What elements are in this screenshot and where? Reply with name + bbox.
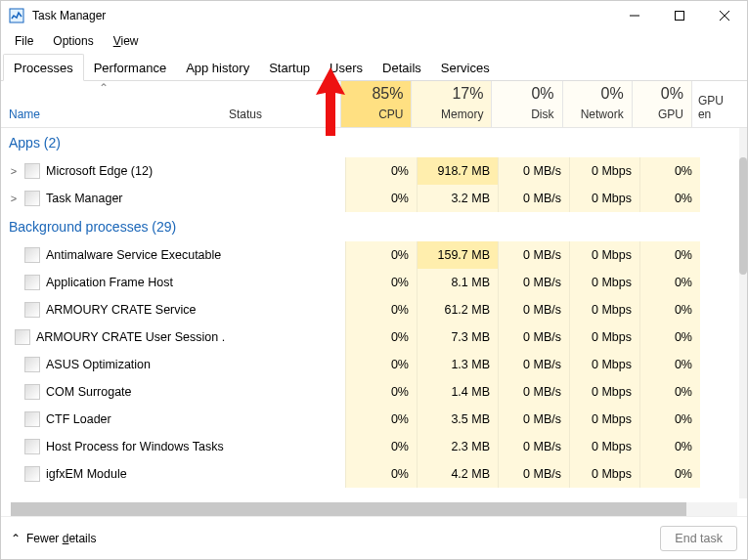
process-row[interactable]: Application Frame Host 0% 8.1 MB 0 MB/s … xyxy=(1,269,737,296)
cell-gpu: 0% xyxy=(639,351,700,378)
column-network[interactable]: 0% Network xyxy=(562,81,632,127)
column-disk[interactable]: 0% Disk xyxy=(491,81,561,127)
menu-options[interactable]: Options xyxy=(45,32,101,50)
cell-name: igfxEM Module xyxy=(1,466,226,482)
cell-network: 0 Mbps xyxy=(569,157,639,185)
cell-disk: 0 MB/s xyxy=(498,185,569,212)
process-name: Host Process for Windows Tasks xyxy=(46,440,224,453)
process-name: igfxEM Module xyxy=(46,467,127,481)
close-button[interactable] xyxy=(702,1,747,30)
process-icon xyxy=(15,329,30,345)
cell-memory: 61.2 MB xyxy=(417,296,498,323)
process-row[interactable]: ARMOURY CRATE User Session ... 0% 7.3 MB… xyxy=(1,323,737,351)
cell-cpu: 0% xyxy=(345,351,417,378)
cell-memory: 7.3 MB xyxy=(417,323,498,351)
column-status[interactable]: Status xyxy=(223,81,340,127)
process-name: Application Frame Host xyxy=(46,276,173,289)
cell-name: CTF Loader xyxy=(1,411,226,427)
tab-bar: Processes Performance App history Startu… xyxy=(1,52,747,81)
horizontal-scroll-thumb[interactable] xyxy=(11,502,686,516)
cell-disk: 0 MB/s xyxy=(498,460,569,488)
process-icon xyxy=(24,384,40,400)
column-name[interactable]: Name xyxy=(1,81,223,127)
expand-icon[interactable]: > xyxy=(9,193,19,204)
process-icon xyxy=(24,302,40,318)
svg-rect-2 xyxy=(676,12,684,21)
column-gpu-engine[interactable]: GPU en xyxy=(691,81,747,127)
process-row[interactable]: ASUS Optimization 0% 1.3 MB 0 MB/s 0 Mbp… xyxy=(1,351,737,378)
cell-disk: 0 MB/s xyxy=(498,433,569,460)
process-row[interactable]: > Microsoft Edge (12) 0% 918.7 MB 0 MB/s… xyxy=(1,157,737,185)
vertical-scrollbar[interactable] xyxy=(739,128,747,498)
cell-cpu: 0% xyxy=(345,269,417,296)
column-headers: ⌃ Name Status 85% CPU 17% Memory 0% Disk… xyxy=(1,81,747,128)
cell-memory: 1.4 MB xyxy=(417,378,498,406)
expand-icon[interactable]: > xyxy=(9,165,19,177)
process-name: ASUS Optimization xyxy=(46,358,151,371)
cell-disk: 0 MB/s xyxy=(498,378,569,406)
end-task-button[interactable]: End task xyxy=(660,526,737,551)
process-row[interactable]: ARMOURY CRATE Service 0% 61.2 MB 0 MB/s … xyxy=(1,296,737,323)
cell-name: ARMOURY CRATE User Session ... xyxy=(1,329,226,345)
process-row[interactable]: > Task Manager 0% 3.2 MB 0 MB/s 0 Mbps 0… xyxy=(1,185,737,212)
cell-cpu: 0% xyxy=(345,433,417,460)
tab-processes[interactable]: Processes xyxy=(3,54,84,81)
process-name: ARMOURY CRATE Service xyxy=(46,303,197,317)
memory-label: Memory xyxy=(441,108,483,121)
tab-services[interactable]: Services xyxy=(431,55,500,80)
process-name: Antimalware Service Executable xyxy=(46,248,221,262)
app-icon xyxy=(9,8,24,23)
tab-app-history[interactable]: App history xyxy=(176,55,259,80)
cell-cpu: 0% xyxy=(345,323,417,351)
tab-users[interactable]: Users xyxy=(320,55,373,80)
cell-network: 0 Mbps xyxy=(569,323,639,351)
title-bar[interactable]: Task Manager xyxy=(1,1,747,30)
cell-cpu: 0% xyxy=(345,157,417,185)
cell-memory: 1.3 MB xyxy=(417,351,498,378)
cell-network: 0 Mbps xyxy=(569,460,639,488)
cell-cpu: 0% xyxy=(345,460,417,488)
process-row[interactable]: CTF Loader 0% 3.5 MB 0 MB/s 0 Mbps 0% xyxy=(1,406,737,433)
vertical-scroll-thumb[interactable] xyxy=(739,157,747,275)
process-icon xyxy=(24,247,40,263)
cpu-usage-pct: 85% xyxy=(372,85,403,103)
maximize-button[interactable] xyxy=(657,1,702,30)
minimize-button[interactable] xyxy=(612,1,657,30)
process-icon xyxy=(24,466,40,482)
tab-performance[interactable]: Performance xyxy=(84,55,176,80)
process-icon xyxy=(24,357,40,372)
gpu-engine-label: GPU en xyxy=(698,94,739,121)
column-cpu[interactable]: 85% CPU xyxy=(340,81,411,127)
cell-network: 0 Mbps xyxy=(569,185,639,212)
cell-name: Host Process for Windows Tasks xyxy=(1,439,226,454)
group-apps[interactable]: Apps (2) xyxy=(1,128,737,157)
tab-startup[interactable]: Startup xyxy=(259,55,320,80)
process-row[interactable]: Antimalware Service Executable 0% 159.7 … xyxy=(1,241,737,269)
cpu-label: CPU xyxy=(378,108,403,121)
cell-name: > Task Manager xyxy=(1,191,226,206)
cell-memory: 3.5 MB xyxy=(417,406,498,433)
cell-gpu: 0% xyxy=(639,460,700,488)
menu-file[interactable]: File xyxy=(7,32,41,50)
process-name: ARMOURY CRATE User Session ... xyxy=(36,330,226,344)
column-memory[interactable]: 17% Memory xyxy=(411,81,491,127)
column-gpu[interactable]: 0% GPU xyxy=(632,81,691,127)
memory-usage-pct: 17% xyxy=(452,85,483,103)
fewer-details-toggle[interactable]: ⌃ Fewer details xyxy=(11,532,96,545)
window-title: Task Manager xyxy=(32,9,106,22)
tab-details[interactable]: Details xyxy=(373,55,431,80)
cell-gpu: 0% xyxy=(639,157,700,185)
cell-name: Antimalware Service Executable xyxy=(1,247,226,263)
cell-network: 0 Mbps xyxy=(569,351,639,378)
process-name: CTF Loader xyxy=(46,412,111,426)
process-row[interactable]: COM Surrogate 0% 1.4 MB 0 MB/s 0 Mbps 0% xyxy=(1,378,737,406)
menu-view[interactable]: View xyxy=(106,32,147,50)
cell-name: > Microsoft Edge (12) xyxy=(1,163,226,179)
disk-label: Disk xyxy=(531,108,553,121)
gpu-usage-pct: 0% xyxy=(661,85,683,103)
process-row[interactable]: igfxEM Module 0% 4.2 MB 0 MB/s 0 Mbps 0% xyxy=(1,460,737,488)
horizontal-scrollbar[interactable] xyxy=(11,502,737,516)
process-row[interactable]: Host Process for Windows Tasks 0% 2.3 MB… xyxy=(1,433,737,460)
group-background[interactable]: Background processes (29) xyxy=(1,212,737,241)
cell-network: 0 Mbps xyxy=(569,378,639,406)
